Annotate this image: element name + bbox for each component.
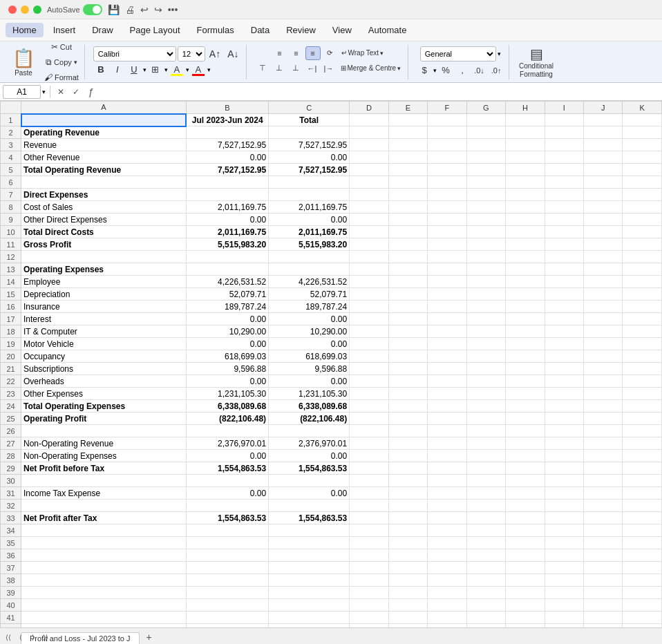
indent-inc-button[interactable]: |→: [321, 61, 337, 75]
cell-g38[interactable]: [466, 574, 506, 587]
cell-b35[interactable]: [186, 537, 268, 549]
cell-h25[interactable]: [506, 413, 545, 425]
cell-e28[interactable]: [388, 450, 427, 462]
cell-d19[interactable]: [350, 338, 389, 350]
cell-k1[interactable]: [623, 114, 662, 126]
decrease-decimal-button[interactable]: .0↓: [471, 64, 487, 77]
more-icon[interactable]: •••: [168, 4, 178, 15]
valign-middle-button[interactable]: ⊥: [272, 61, 287, 75]
cell-j30[interactable]: [584, 475, 623, 487]
cell-h10[interactable]: [506, 226, 545, 238]
cell-j11[interactable]: [584, 238, 623, 251]
cell-g2[interactable]: [466, 126, 506, 139]
valign-bottom-button[interactable]: ⊥: [288, 61, 303, 75]
cell-i30[interactable]: [545, 475, 583, 487]
cell-a40[interactable]: [21, 599, 187, 612]
menu-view[interactable]: View: [325, 23, 359, 37]
cell-c18[interactable]: 10,290.00: [269, 325, 350, 338]
cell-j25[interactable]: [584, 413, 623, 425]
cell-k10[interactable]: [623, 226, 662, 238]
cell-i22[interactable]: [545, 375, 583, 388]
cell-g34[interactable]: [466, 524, 506, 537]
cell-k33[interactable]: [623, 512, 662, 524]
cell-e18[interactable]: [388, 325, 427, 338]
cancel-formula-button[interactable]: ✕: [55, 86, 67, 98]
cell-i31[interactable]: [545, 487, 583, 500]
cell-d7[interactable]: [350, 189, 389, 201]
cell-a27[interactable]: Non-Operating Revenue: [21, 437, 187, 450]
cell-h12[interactable]: [506, 251, 545, 263]
cell-k22[interactable]: [623, 375, 662, 388]
cell-a18[interactable]: IT & Computer: [21, 325, 187, 338]
cell-a17[interactable]: Interest: [21, 313, 187, 325]
cell-h5[interactable]: [506, 164, 545, 176]
menu-review[interactable]: Review: [279, 23, 323, 37]
cell-d35[interactable]: [350, 537, 389, 549]
cell-f18[interactable]: [428, 325, 466, 338]
cell-a24[interactable]: Total Operating Expenses: [21, 400, 187, 413]
cell-j36[interactable]: [584, 549, 623, 562]
cell-b5[interactable]: 7,527,152.95: [186, 164, 268, 176]
cell-k32[interactable]: [623, 500, 662, 512]
cell-c19[interactable]: 0.00: [269, 338, 350, 350]
cell-f25[interactable]: [428, 413, 466, 425]
cell-k2[interactable]: [623, 126, 662, 139]
cell-f29[interactable]: [428, 462, 466, 475]
cell-f10[interactable]: [428, 226, 466, 238]
cell-b18[interactable]: 10,290.00: [186, 325, 268, 338]
cell-j15[interactable]: [584, 288, 623, 301]
cell-d6[interactable]: [350, 176, 389, 189]
cell-k27[interactable]: [623, 437, 662, 450]
cell-c41[interactable]: [269, 612, 350, 624]
cell-c13[interactable]: [269, 263, 350, 276]
cell-k30[interactable]: [623, 475, 662, 487]
cell-h17[interactable]: [506, 313, 545, 325]
cell-j16[interactable]: [584, 301, 623, 313]
cell-j37[interactable]: [584, 562, 623, 574]
cell-i24[interactable]: [545, 400, 583, 413]
cell-f40[interactable]: [428, 599, 466, 612]
cell-g26[interactable]: [466, 425, 506, 437]
menu-draw[interactable]: Draw: [85, 23, 120, 37]
font-color-dropdown[interactable]: ▾: [207, 66, 211, 73]
orientation-button[interactable]: ⟳: [322, 46, 337, 60]
cell-g3[interactable]: [466, 139, 506, 151]
cell-d41[interactable]: [350, 612, 389, 624]
cell-g19[interactable]: [466, 338, 506, 350]
cell-a35[interactable]: [21, 537, 187, 549]
cell-f2[interactable]: [428, 126, 466, 139]
cell-d32[interactable]: [350, 500, 389, 512]
cell-a9[interactable]: Other Direct Expenses: [21, 214, 187, 226]
cell-g36[interactable]: [466, 549, 506, 562]
cell-j22[interactable]: [584, 375, 623, 388]
cell-c1[interactable]: Total: [269, 114, 350, 126]
cell-h19[interactable]: [506, 338, 545, 350]
cell-g14[interactable]: [466, 276, 506, 288]
cell-g6[interactable]: [466, 176, 506, 189]
cell-j34[interactable]: [584, 524, 623, 537]
cell-k41[interactable]: [623, 612, 662, 624]
cell-b33[interactable]: 1,554,863.53: [186, 512, 268, 524]
cell-b27[interactable]: 2,376,970.01: [186, 437, 268, 450]
sheet-nav-first[interactable]: ⟨⟨: [3, 632, 14, 643]
cell-a12[interactable]: [21, 251, 187, 263]
cell-g15[interactable]: [466, 288, 506, 301]
cell-d17[interactable]: [350, 313, 389, 325]
autosave-switch[interactable]: [83, 4, 102, 15]
cell-b24[interactable]: 6,338,089.68: [186, 400, 268, 413]
borders-dropdown[interactable]: ▾: [164, 66, 168, 73]
cell-e15[interactable]: [388, 288, 427, 301]
cell-g30[interactable]: [466, 475, 506, 487]
cell-e23[interactable]: [388, 388, 427, 400]
cell-a14[interactable]: Employee: [21, 276, 187, 288]
conditional-formatting-button[interactable]: ▤ Conditional Formatting: [518, 45, 556, 79]
cell-i26[interactable]: [545, 425, 583, 437]
cell-i16[interactable]: [545, 301, 583, 313]
cell-c28[interactable]: 0.00: [269, 450, 350, 462]
cell-e25[interactable]: [388, 413, 427, 425]
cell-a28[interactable]: Non-Operating Expenses: [21, 450, 187, 462]
cell-e21[interactable]: [388, 363, 427, 375]
cell-g40[interactable]: [466, 599, 506, 612]
maximize-button[interactable]: [33, 6, 41, 14]
cell-c34[interactable]: [269, 524, 350, 537]
